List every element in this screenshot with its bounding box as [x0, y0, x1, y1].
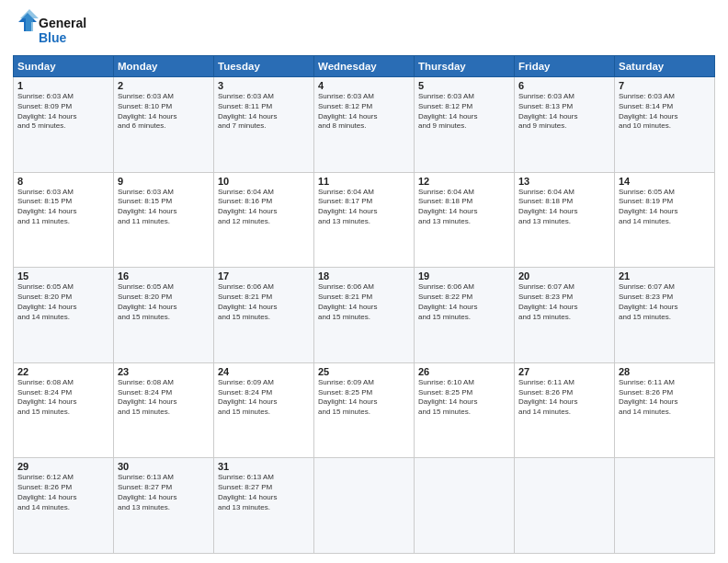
- svg-text:Blue: Blue: [39, 30, 67, 45]
- day-info: Sunrise: 6:06 AM Sunset: 8:22 PM Dayligh…: [418, 282, 510, 322]
- day-info: Sunrise: 6:06 AM Sunset: 8:21 PM Dayligh…: [318, 282, 410, 322]
- day-number: 9: [118, 176, 210, 187]
- day-info: Sunrise: 6:03 AM Sunset: 8:09 PM Dayligh…: [17, 92, 109, 132]
- day-number: 1: [17, 80, 109, 91]
- day-info: Sunrise: 6:03 AM Sunset: 8:15 PM Dayligh…: [17, 188, 109, 227]
- day-number: 20: [518, 270, 610, 282]
- calendar-cell: 30Sunrise: 6:13 AM Sunset: 8:27 PM Dayli…: [114, 458, 214, 554]
- day-number: 11: [318, 176, 410, 187]
- day-info: Sunrise: 6:03 AM Sunset: 8:11 PM Dayligh…: [218, 92, 310, 132]
- week-row-3: 15Sunrise: 6:05 AM Sunset: 8:20 PM Dayli…: [14, 268, 715, 363]
- day-number: 15: [17, 270, 109, 282]
- calendar-cell: 13Sunrise: 6:04 AM Sunset: 8:18 PM Dayli…: [515, 172, 615, 268]
- calendar-cell: 24Sunrise: 6:09 AM Sunset: 8:24 PM Dayli…: [214, 362, 314, 458]
- calendar-cell: 29Sunrise: 6:12 AM Sunset: 8:26 PM Dayli…: [14, 458, 114, 554]
- general-blue-logo-icon: General Blue: [13, 9, 96, 50]
- day-info: Sunrise: 6:10 AM Sunset: 8:25 PM Dayligh…: [418, 378, 510, 418]
- calendar-cell: 22Sunrise: 6:08 AM Sunset: 8:24 PM Dayli…: [14, 362, 114, 458]
- calendar-cell: 18Sunrise: 6:06 AM Sunset: 8:21 PM Dayli…: [314, 268, 415, 363]
- day-number: 14: [619, 176, 711, 187]
- day-number: 26: [418, 366, 510, 377]
- calendar-cell: [515, 458, 615, 554]
- day-info: Sunrise: 6:08 AM Sunset: 8:24 PM Dayligh…: [118, 378, 210, 418]
- day-number: 25: [318, 366, 410, 377]
- day-number: 2: [118, 80, 210, 91]
- day-number: 24: [218, 366, 310, 377]
- calendar-cell: 10Sunrise: 6:04 AM Sunset: 8:16 PM Dayli…: [214, 172, 314, 268]
- day-info: Sunrise: 6:03 AM Sunset: 8:12 PM Dayligh…: [318, 92, 410, 132]
- day-header-sunday: Sunday: [14, 56, 114, 77]
- calendar-cell: 9Sunrise: 6:03 AM Sunset: 8:15 PM Daylig…: [114, 172, 214, 268]
- day-info: Sunrise: 6:11 AM Sunset: 8:26 PM Dayligh…: [518, 378, 610, 418]
- calendar-cell: 7Sunrise: 6:03 AM Sunset: 8:14 PM Daylig…: [615, 77, 715, 173]
- day-info: Sunrise: 6:04 AM Sunset: 8:18 PM Dayligh…: [518, 188, 610, 227]
- day-info: Sunrise: 6:05 AM Sunset: 8:20 PM Dayligh…: [118, 282, 210, 322]
- calendar-cell: 5Sunrise: 6:03 AM Sunset: 8:12 PM Daylig…: [415, 77, 515, 173]
- day-number: 10: [218, 176, 310, 187]
- day-header-monday: Monday: [114, 56, 214, 77]
- day-info: Sunrise: 6:05 AM Sunset: 8:20 PM Dayligh…: [17, 282, 109, 322]
- page: General Blue SundayMondayTuesdayWednesda…: [0, 0, 728, 563]
- calendar-cell: 28Sunrise: 6:11 AM Sunset: 8:26 PM Dayli…: [615, 362, 715, 458]
- calendar-cell: 16Sunrise: 6:05 AM Sunset: 8:20 PM Dayli…: [114, 268, 214, 363]
- day-number: 4: [318, 80, 410, 91]
- calendar-cell: 19Sunrise: 6:06 AM Sunset: 8:22 PM Dayli…: [415, 268, 515, 363]
- day-number: 21: [619, 270, 711, 282]
- calendar-cell: [415, 458, 515, 554]
- day-number: 17: [218, 270, 310, 282]
- day-number: 29: [17, 461, 109, 472]
- calendar-cell: [314, 458, 415, 554]
- calendar-cell: 20Sunrise: 6:07 AM Sunset: 8:23 PM Dayli…: [515, 268, 615, 363]
- calendar-cell: 6Sunrise: 6:03 AM Sunset: 8:13 PM Daylig…: [515, 77, 615, 173]
- calendar-cell: 11Sunrise: 6:04 AM Sunset: 8:17 PM Dayli…: [314, 172, 415, 268]
- calendar-cell: 4Sunrise: 6:03 AM Sunset: 8:12 PM Daylig…: [314, 77, 415, 173]
- day-header-tuesday: Tuesday: [214, 56, 314, 77]
- day-info: Sunrise: 6:07 AM Sunset: 8:23 PM Dayligh…: [619, 282, 711, 322]
- day-number: 22: [17, 366, 109, 377]
- day-info: Sunrise: 6:12 AM Sunset: 8:26 PM Dayligh…: [17, 473, 109, 512]
- calendar-cell: 17Sunrise: 6:06 AM Sunset: 8:21 PM Dayli…: [214, 268, 314, 363]
- day-info: Sunrise: 6:09 AM Sunset: 8:24 PM Dayligh…: [218, 378, 310, 418]
- day-info: Sunrise: 6:03 AM Sunset: 8:15 PM Dayligh…: [118, 188, 210, 227]
- day-header-friday: Friday: [515, 56, 615, 77]
- day-info: Sunrise: 6:03 AM Sunset: 8:13 PM Dayligh…: [518, 92, 610, 132]
- day-number: 3: [218, 80, 310, 91]
- day-info: Sunrise: 6:03 AM Sunset: 8:10 PM Dayligh…: [118, 92, 210, 132]
- day-info: Sunrise: 6:13 AM Sunset: 8:27 PM Dayligh…: [218, 473, 310, 512]
- calendar-cell: 15Sunrise: 6:05 AM Sunset: 8:20 PM Dayli…: [14, 268, 114, 363]
- day-number: 6: [518, 80, 610, 91]
- calendar-cell: 2Sunrise: 6:03 AM Sunset: 8:10 PM Daylig…: [114, 77, 214, 173]
- day-header-thursday: Thursday: [415, 56, 515, 77]
- calendar-cell: 12Sunrise: 6:04 AM Sunset: 8:18 PM Dayli…: [415, 172, 515, 268]
- day-info: Sunrise: 6:03 AM Sunset: 8:14 PM Dayligh…: [619, 92, 711, 132]
- svg-text:General: General: [39, 16, 86, 30]
- week-row-4: 22Sunrise: 6:08 AM Sunset: 8:24 PM Dayli…: [14, 362, 715, 458]
- day-number: 27: [518, 366, 610, 377]
- calendar-cell: 23Sunrise: 6:08 AM Sunset: 8:24 PM Dayli…: [114, 362, 214, 458]
- day-header-wednesday: Wednesday: [314, 56, 415, 77]
- day-number: 23: [118, 366, 210, 377]
- day-header-saturday: Saturday: [615, 56, 715, 77]
- calendar-cell: 31Sunrise: 6:13 AM Sunset: 8:27 PM Dayli…: [214, 458, 314, 554]
- calendar-cell: 27Sunrise: 6:11 AM Sunset: 8:26 PM Dayli…: [515, 362, 615, 458]
- day-number: 16: [118, 270, 210, 282]
- day-info: Sunrise: 6:04 AM Sunset: 8:17 PM Dayligh…: [318, 188, 410, 227]
- day-info: Sunrise: 6:08 AM Sunset: 8:24 PM Dayligh…: [17, 378, 109, 418]
- week-row-5: 29Sunrise: 6:12 AM Sunset: 8:26 PM Dayli…: [14, 458, 715, 554]
- calendar-body: 1Sunrise: 6:03 AM Sunset: 8:09 PM Daylig…: [14, 77, 715, 554]
- day-info: Sunrise: 6:05 AM Sunset: 8:19 PM Dayligh…: [619, 188, 711, 227]
- calendar-header: SundayMondayTuesdayWednesdayThursdayFrid…: [14, 56, 715, 77]
- day-info: Sunrise: 6:06 AM Sunset: 8:21 PM Dayligh…: [218, 282, 310, 322]
- day-info: Sunrise: 6:11 AM Sunset: 8:26 PM Dayligh…: [619, 378, 711, 418]
- logo: General Blue: [13, 9, 96, 50]
- day-info: Sunrise: 6:04 AM Sunset: 8:18 PM Dayligh…: [418, 188, 510, 227]
- day-info: Sunrise: 6:04 AM Sunset: 8:16 PM Dayligh…: [218, 188, 310, 227]
- week-row-2: 8Sunrise: 6:03 AM Sunset: 8:15 PM Daylig…: [14, 172, 715, 268]
- day-info: Sunrise: 6:07 AM Sunset: 8:23 PM Dayligh…: [518, 282, 610, 322]
- day-number: 18: [318, 270, 410, 282]
- day-number: 30: [118, 461, 210, 472]
- calendar-cell: 8Sunrise: 6:03 AM Sunset: 8:15 PM Daylig…: [14, 172, 114, 268]
- day-number: 5: [418, 80, 510, 91]
- day-number: 28: [619, 366, 711, 377]
- week-row-1: 1Sunrise: 6:03 AM Sunset: 8:09 PM Daylig…: [14, 77, 715, 173]
